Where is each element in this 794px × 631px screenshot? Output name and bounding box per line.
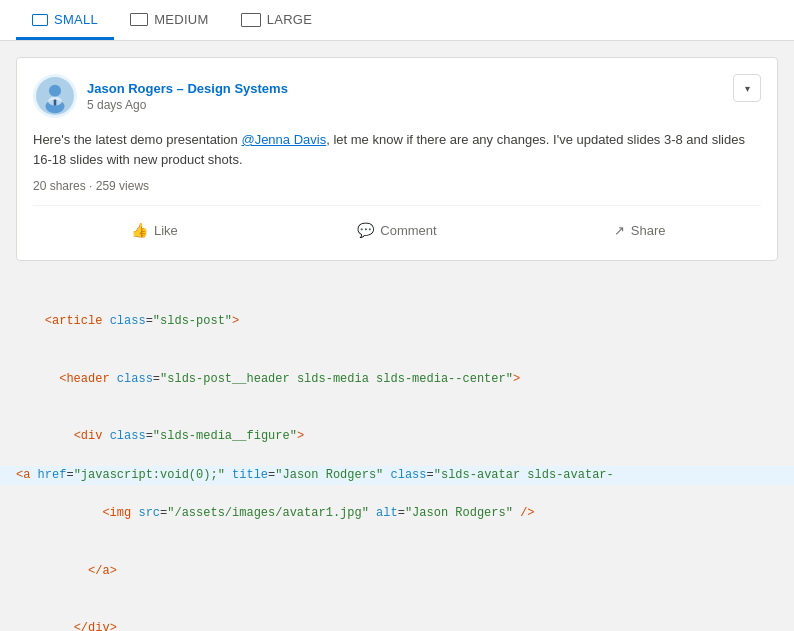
comment-button[interactable]: 💬 Comment bbox=[276, 216, 519, 244]
post-header-left: Jason Rogers – Design Systems 5 days Ago bbox=[33, 74, 288, 118]
share-label: Share bbox=[631, 223, 666, 238]
code-line-6: </div> bbox=[16, 600, 778, 631]
tab-small[interactable]: SMALL bbox=[16, 0, 114, 40]
tab-medium-label: MEDIUM bbox=[154, 12, 209, 27]
svg-rect-4 bbox=[54, 99, 57, 105]
share-button[interactable]: ↗ Share bbox=[518, 216, 761, 244]
tablet-small-icon bbox=[32, 14, 48, 26]
like-button[interactable]: 👍 Like bbox=[33, 216, 276, 244]
code-line-0: <article class="slds-post"> bbox=[16, 293, 778, 351]
stats-separator: · bbox=[86, 179, 96, 193]
tablet-medium-icon bbox=[130, 13, 148, 26]
svg-point-1 bbox=[49, 85, 61, 97]
post-header: Jason Rogers – Design Systems 5 days Ago… bbox=[33, 74, 761, 118]
post-actions: 👍 Like 💬 Comment ↗ Share bbox=[33, 205, 761, 244]
views-count: 259 views bbox=[96, 179, 149, 193]
code-line-2: <div class="slds-media__figure"> bbox=[16, 408, 778, 466]
post-card: Jason Rogers – Design Systems 5 days Ago… bbox=[16, 57, 778, 261]
avatar bbox=[33, 74, 77, 118]
code-line-4: <img src="/assets/images/avatar1.jpg" al… bbox=[16, 485, 778, 543]
code-line-1: <header class="slds-post__header slds-me… bbox=[16, 351, 778, 409]
shares-count: 20 shares bbox=[33, 179, 86, 193]
like-icon: 👍 bbox=[131, 222, 148, 238]
tab-large-label: LARGE bbox=[267, 12, 313, 27]
tab-medium[interactable]: MEDIUM bbox=[114, 0, 225, 40]
code-line-3-highlight: <a href="javascript:void(0);" title="Jas… bbox=[0, 466, 794, 485]
post-body: Here's the latest demo presentation @Jen… bbox=[33, 130, 761, 169]
post-stats: 20 shares · 259 views bbox=[33, 179, 761, 193]
tablet-large-icon bbox=[241, 13, 261, 27]
author-info: Jason Rogers – Design Systems 5 days Ago bbox=[87, 81, 288, 112]
tab-small-label: SMALL bbox=[54, 12, 98, 27]
mention-link[interactable]: @Jenna Davis bbox=[241, 132, 326, 147]
comment-label: Comment bbox=[380, 223, 436, 238]
post-body-text-before: Here's the latest demo presentation bbox=[33, 132, 241, 147]
code-section: <article class="slds-post"> <header clas… bbox=[0, 277, 794, 631]
like-label: Like bbox=[154, 223, 178, 238]
author-name[interactable]: Jason Rogers – Design Systems bbox=[87, 81, 288, 96]
share-icon: ↗ bbox=[614, 223, 625, 238]
dropdown-button[interactable]: ▾ bbox=[733, 74, 761, 102]
code-line-5: </a> bbox=[16, 542, 778, 600]
chevron-down-icon: ▾ bbox=[745, 83, 750, 94]
tab-large[interactable]: LARGE bbox=[225, 0, 329, 40]
post-time: 5 days Ago bbox=[87, 98, 288, 112]
comment-icon: 💬 bbox=[357, 222, 374, 238]
avatar-image bbox=[36, 77, 74, 115]
tabs-bar: SMALL MEDIUM LARGE bbox=[0, 0, 794, 41]
